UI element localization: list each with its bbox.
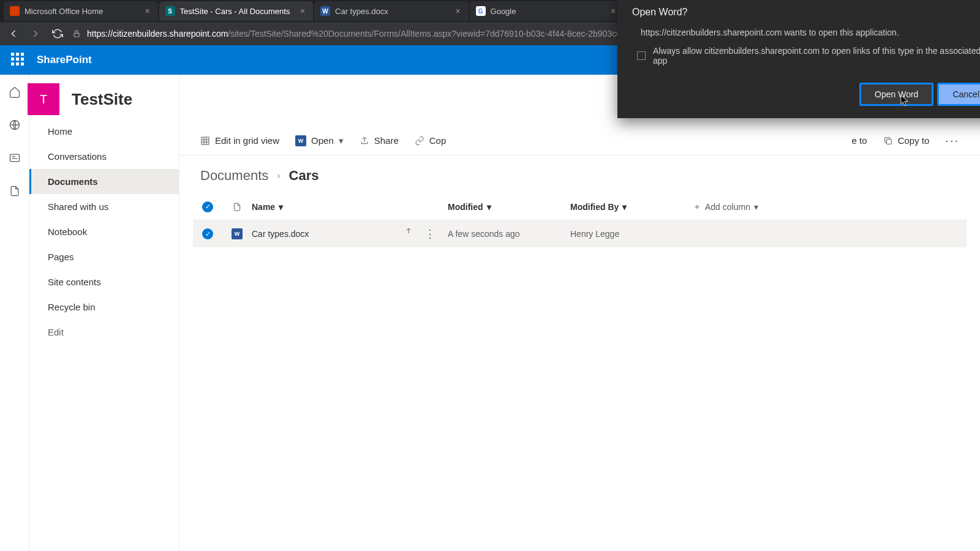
cmd-open[interactable]: W Open ▾ bbox=[295, 135, 344, 146]
browser-tab[interactable]: Microsoft Office Home × bbox=[4, 1, 158, 21]
close-icon[interactable]: × bbox=[454, 7, 462, 15]
back-button[interactable] bbox=[6, 26, 21, 41]
breadcrumb-current: Cars bbox=[289, 168, 319, 184]
main-content: T TestSite Edit in grid view W Open ▾ Sh… bbox=[179, 75, 980, 551]
open-app-dialog: Open Word? https://citizenbuilders.share… bbox=[617, 0, 980, 118]
doclist-header: ✓ Name▾ Modified▾ Modified By▾ ＋Add colu… bbox=[193, 193, 967, 220]
site-sidebar: Home Conversations Documents Shared with… bbox=[29, 75, 179, 551]
document-list: ✓ Name▾ Modified▾ Modified By▾ ＋Add colu… bbox=[179, 193, 980, 247]
tab-title: TestSite - Cars - All Documents bbox=[180, 7, 294, 16]
site-logo: T bbox=[28, 83, 59, 115]
col-add[interactable]: ＋Add column▾ bbox=[693, 201, 815, 212]
cmd-share[interactable]: Share bbox=[360, 135, 399, 146]
sharepoint-body: Home Conversations Documents Shared with… bbox=[0, 75, 980, 551]
breadcrumb: Documents › Cars bbox=[179, 156, 980, 193]
close-icon[interactable]: × bbox=[298, 7, 307, 15]
cmd-label: Cop bbox=[429, 135, 447, 146]
google-icon: G bbox=[476, 6, 486, 16]
sharepoint-icon: S bbox=[165, 6, 175, 16]
office-icon bbox=[10, 6, 20, 16]
tab-title: Google bbox=[491, 7, 605, 16]
url-host: https://citizenbuilders.sharepoint.com bbox=[87, 29, 228, 39]
nav-edit[interactable]: Edit bbox=[29, 320, 179, 345]
table-row[interactable]: ✓ W Car types.docx ⋮ A few seconds ago H… bbox=[193, 220, 967, 247]
copy-icon bbox=[883, 136, 893, 146]
cmd-copy-link[interactable]: Cop bbox=[415, 135, 447, 146]
chevron-down-icon: ▾ bbox=[487, 202, 491, 212]
nav-site-contents[interactable]: Site contents bbox=[29, 269, 179, 294]
dialog-message: https://citizenbuilders.sharepoint.com w… bbox=[632, 28, 980, 37]
chevron-right-icon: › bbox=[277, 170, 280, 181]
chevron-down-icon: ▾ bbox=[622, 202, 627, 212]
close-icon[interactable]: × bbox=[609, 7, 617, 15]
col-modified-by[interactable]: Modified By▾ bbox=[570, 202, 693, 212]
nav-documents[interactable]: Documents bbox=[29, 169, 179, 194]
chevron-down-icon: ▾ bbox=[754, 202, 758, 212]
browser-tab-active[interactable]: S TestSite - Cars - All Documents × bbox=[159, 1, 314, 21]
cell-modified: A few seconds ago bbox=[448, 229, 570, 239]
cmd-label: Edit in grid view bbox=[215, 135, 279, 146]
news-icon[interactable] bbox=[9, 152, 21, 167]
app-rail bbox=[0, 75, 29, 551]
dialog-always-allow[interactable]: Always allow citizenbuilders.sharepoint.… bbox=[632, 46, 980, 66]
checkbox-label: Always allow citizenbuilders.sharepoint.… bbox=[653, 46, 980, 66]
col-modified[interactable]: Modified▾ bbox=[448, 202, 570, 212]
word-icon: W bbox=[232, 228, 243, 239]
site-name: TestSite bbox=[72, 90, 132, 109]
cmd-label: Copy to bbox=[898, 135, 930, 146]
svg-rect-0 bbox=[74, 33, 79, 37]
cancel-button[interactable]: Cancel bbox=[937, 83, 980, 106]
breadcrumb-root[interactable]: Documents bbox=[200, 168, 268, 184]
app-launcher-icon[interactable] bbox=[11, 53, 26, 67]
nav-home[interactable]: Home bbox=[29, 119, 179, 144]
more-icon[interactable]: ⋮ bbox=[424, 227, 435, 241]
select-all-toggle[interactable]: ✓ bbox=[202, 201, 213, 212]
lock-icon bbox=[72, 29, 81, 38]
cmd-label: e to bbox=[852, 135, 867, 146]
svg-rect-2 bbox=[10, 154, 19, 162]
browser-tab[interactable]: G Google × bbox=[470, 1, 624, 21]
cmd-move-to[interactable]: e to bbox=[852, 135, 867, 146]
chevron-down-icon: ▾ bbox=[279, 202, 283, 212]
cmd-more[interactable]: ··· bbox=[945, 133, 959, 148]
share-icon[interactable] bbox=[404, 227, 413, 237]
file-name[interactable]: Car types.docx bbox=[252, 229, 309, 239]
tab-title: Microsoft Office Home bbox=[24, 7, 138, 16]
dialog-title: Open Word? bbox=[632, 7, 980, 18]
forward-button[interactable] bbox=[28, 26, 43, 41]
nav-shared-with-us[interactable]: Shared with us bbox=[29, 194, 179, 219]
reload-button[interactable] bbox=[50, 26, 65, 41]
nav-notebook[interactable]: Notebook bbox=[29, 219, 179, 244]
close-icon[interactable]: × bbox=[143, 7, 152, 15]
cmd-edit-grid[interactable]: Edit in grid view bbox=[200, 135, 279, 146]
command-bar: Edit in grid view W Open ▾ Share Cop e t… bbox=[179, 126, 980, 156]
files-icon[interactable] bbox=[9, 185, 21, 200]
cmd-label: Open bbox=[311, 135, 334, 146]
cell-modified-by: Henry Legge bbox=[570, 229, 693, 239]
cmd-label: Share bbox=[374, 135, 399, 146]
svg-rect-4 bbox=[886, 139, 891, 144]
tab-title: Car types.docx bbox=[335, 7, 449, 16]
home-icon[interactable] bbox=[9, 86, 21, 100]
word-icon: W bbox=[320, 6, 330, 16]
mouse-cursor bbox=[900, 95, 909, 107]
cmd-copy-to[interactable]: Copy to bbox=[883, 135, 930, 146]
share-icon bbox=[360, 136, 369, 146]
globe-icon[interactable] bbox=[9, 119, 21, 133]
svg-rect-3 bbox=[202, 137, 209, 144]
col-name[interactable]: Name▾ bbox=[252, 202, 448, 212]
file-icon bbox=[232, 201, 242, 212]
open-word-button[interactable]: Open Word bbox=[859, 83, 933, 106]
chevron-down-icon: ▾ bbox=[339, 135, 344, 146]
browser-tab[interactable]: W Car types.docx × bbox=[314, 1, 469, 21]
nav-recycle-bin[interactable]: Recycle bin bbox=[29, 294, 179, 320]
word-icon: W bbox=[295, 135, 306, 146]
link-icon bbox=[415, 136, 424, 146]
row-select[interactable]: ✓ bbox=[202, 228, 213, 239]
sharepoint-brand[interactable]: SharePoint bbox=[37, 54, 92, 66]
nav-pages[interactable]: Pages bbox=[29, 244, 179, 269]
grid-icon bbox=[200, 136, 210, 146]
nav-conversations[interactable]: Conversations bbox=[29, 144, 179, 169]
checkbox-icon[interactable] bbox=[637, 51, 646, 60]
